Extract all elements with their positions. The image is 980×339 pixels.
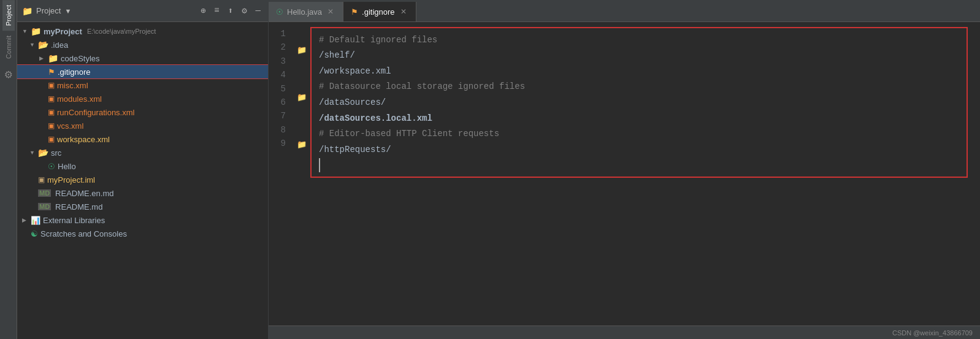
dropdown-arrow-icon[interactable]: ▼ [64,7,71,15]
scratches-icon: ☯ [31,229,38,238]
tree-item-myproject[interactable]: ▼ 📁 myProject E:\code\java\myProject [17,25,268,38]
project-toolbar-title: 📁 Project ▼ [22,6,71,16]
tree-item-misc-xml[interactable]: ▣ misc.xml [17,78,268,92]
text-cursor [319,158,325,172]
expand-arrow-icon: ▶ [22,217,28,223]
tree-item-vcs-xml[interactable]: ▣ vcs.xml [17,119,268,132]
folder-icon: 📁 [22,6,33,16]
java-tab-icon: ☉ [276,7,283,17]
library-icon: 📊 [31,216,40,225]
tree-item-label: vcs.xml [57,121,83,131]
activity-tab-commit[interactable]: Commit [2,31,15,64]
code-line-7: # Editor-based HTTP Client requests [319,126,959,142]
tree-item-myproject-iml[interactable]: ▣ myProject.iml [17,173,268,186]
code-line-6: /dataSources.local.xml [319,110,959,126]
toolbar-icons: ⊕ ≡ ⬆ ⚙ — [198,4,263,17]
folder-open-icon: 📂 [38,148,48,158]
java-class-icon: ☉ [48,162,55,171]
code-content[interactable]: # Default ignored files /shelf/ /workspa… [310,27,968,178]
tab-close-button[interactable]: ✕ [399,7,408,17]
tree-item-path: E:\code\java\myProject [87,28,156,35]
activity-bar: Project Commit ⚙ [0,0,17,339]
minimize-icon[interactable]: — [253,4,263,17]
tree-item-label: runConfigurations.xml [57,108,134,117]
tree-item-label: misc.xml [57,81,88,90]
xml-file-icon: ▣ [48,81,55,90]
tree-item-modules-xml[interactable]: ▣ modules.xml [17,92,268,105]
activity-tab-extra[interactable]: ⚙ [0,64,17,85]
tree-item-label: .gitignore [58,67,90,77]
code-line-8: /httpRequests/ [319,142,959,158]
tree-item-gitignore[interactable]: ⚑ .gitignore [17,65,268,78]
md-file-icon: MD [38,203,51,210]
iml-file-icon: ▣ [38,175,45,184]
expand-arrow-icon: ▼ [29,42,36,48]
git-tab-icon: ⚑ [351,7,358,17]
tree-item-label: README.en.md [55,189,113,198]
tree-item-label: Scratches and Consoles [40,229,127,238]
tree-item-label: myProject.iml [47,175,95,185]
code-editor: 1 2 3 4 5 6 7 8 9 📁 📁 📁 # Defau [269,22,980,326]
git-file-icon: ⚑ [48,67,55,77]
tree-item-label: modules.xml [57,94,102,104]
xml-file-icon: ▣ [48,121,55,130]
settings-icon[interactable]: ⚙ [239,4,249,17]
xml-file-icon: ▣ [48,135,55,143]
xml-file-icon: ▣ [48,108,55,116]
status-bar: CSDN @weixin_43866709 [269,326,980,339]
tree-item-label: workspace.xml [57,135,110,144]
folder-open-icon: 📂 [38,40,48,50]
tree-item-label: .idea [51,40,68,50]
tree-item-label: myProject [44,27,82,36]
expand-icon[interactable]: ⬆ [226,4,235,17]
code-line-4: # Datasource local storage ignored files [319,79,959,95]
tab-label: Hello.java [287,7,322,17]
tree-item-idea[interactable]: ▼ 📂 .idea [17,38,268,51]
gutter-icon-8: 📁 [297,137,307,153]
code-line-9 [319,158,959,173]
gutter-icon-2: 📁 [297,43,307,59]
xml-file-icon: ▣ [48,94,55,103]
tree-item-label: Hello [58,162,76,171]
tree-item-readme[interactable]: MD README.md [17,200,268,213]
expand-arrow-icon: ▼ [29,150,36,156]
tree-item-external-libraries[interactable]: ▶ 📊 External Libraries [17,213,268,227]
gutter-icons: 📁 📁 📁 [293,27,310,321]
code-line-3: /workspace.xml [319,63,959,79]
tab-label: .gitignore [362,7,394,17]
collapse-all-icon[interactable]: ≡ [212,4,221,17]
tree-item-readme-en[interactable]: MD README.en.md [17,186,268,200]
code-line-5: /dataSources/ [319,94,959,110]
tree-item-label: README.md [55,202,102,211]
tree-item-codestyles[interactable]: ▶ 📁 codeStyles [17,51,268,65]
tree-item-label: codeStyles [61,54,100,63]
tab-hello-java[interactable]: ☉ Hello.java ✕ [269,2,343,21]
sync-icon[interactable]: ⊕ [198,4,208,17]
tab-close-button[interactable]: ✕ [326,7,335,17]
tree-item-src[interactable]: ▼ 📂 src [17,146,268,159]
tree-item-hello[interactable]: ☉ Hello [17,159,268,173]
project-panel: 📁 Project ▼ ⊕ ≡ ⬆ ⚙ — ▼ 📁 myProject E:\c… [17,0,269,339]
tab-gitignore[interactable]: ⚑ .gitignore ✕ [343,2,416,21]
editor-area: ☉ Hello.java ✕ ⚑ .gitignore ✕ 1 2 3 4 5 … [269,0,980,339]
tree-item-label: src [51,148,61,158]
tree-item-workspace-xml[interactable]: ▣ workspace.xml [17,132,268,146]
folder-icon: 📁 [48,53,58,63]
status-text: CSDN @weixin_43866709 [892,329,973,337]
tree-item-runconfigurations-xml[interactable]: ▣ runConfigurations.xml [17,105,268,119]
gutter-icon-5: 📁 [297,90,307,105]
code-line-1: # Default ignored files [319,32,959,48]
tree-item-scratches[interactable]: ☯ Scratches and Consoles [17,227,268,240]
tab-bar: ☉ Hello.java ✕ ⚑ .gitignore ✕ [269,0,980,22]
file-tree: ▼ 📁 myProject E:\code\java\myProject ▼ 📂… [17,22,268,339]
expand-arrow-icon: ▶ [39,55,45,61]
project-toolbar: 📁 Project ▼ ⊕ ≡ ⬆ ⚙ — [17,0,268,22]
expand-arrow-icon: ▼ [22,28,28,34]
folder-icon: 📁 [31,26,41,36]
code-content-wrapper[interactable]: # Default ignored files /shelf/ /workspa… [310,27,980,321]
project-title-label: Project [36,6,61,15]
activity-tab-project[interactable]: Project [2,0,15,31]
md-file-icon: MD [38,189,51,197]
code-line-2: /shelf/ [319,48,959,64]
line-numbers: 1 2 3 4 5 6 7 8 9 [269,27,293,321]
